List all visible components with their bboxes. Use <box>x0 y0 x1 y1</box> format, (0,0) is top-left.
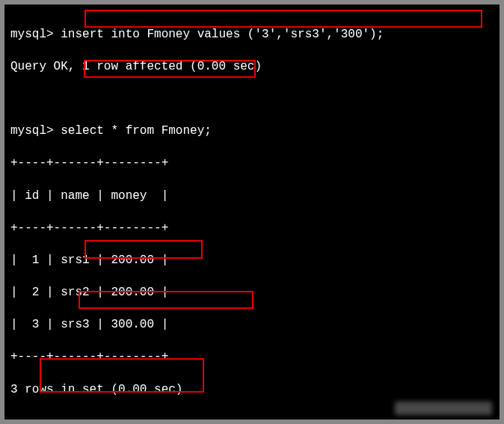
blurred-watermark <box>395 402 492 415</box>
table-border: +----+------+--------+ <box>10 156 494 172</box>
terminal-window: mysql> insert into Fmoney values ('3','s… <box>4 4 500 420</box>
sql-select-command: select * from Fmoney; <box>61 124 212 138</box>
highlight-insert-command <box>84 10 482 28</box>
table-border: +----+------+--------+ <box>10 221 494 237</box>
blank-line <box>10 91 494 108</box>
sql-insert-command: insert into Fmoney values ('3','srs3','3… <box>61 28 384 41</box>
mysql-prompt: mysql> <box>10 28 54 41</box>
table-border: +----+------+--------+ <box>10 349 494 366</box>
mysql-prompt: mysql> <box>10 124 54 138</box>
table-row: | 2 | srs2 | 200.00 | <box>10 285 494 301</box>
prompt-line-2: mysql> select * from Fmoney; <box>10 123 494 140</box>
table-header: | id | name | money | <box>10 188 494 205</box>
query-result-2: 3 rows in set (0.00 sec) <box>10 382 494 399</box>
table-row: | 1 | srs1 | 200.00 | <box>10 253 494 269</box>
table-row: | 3 | srs3 | 300.00 | <box>10 317 494 334</box>
query-result-1: Query OK, 1 row affected (0.00 sec) <box>10 59 494 76</box>
prompt-line-1: mysql> insert into Fmoney values ('3','s… <box>10 27 494 43</box>
